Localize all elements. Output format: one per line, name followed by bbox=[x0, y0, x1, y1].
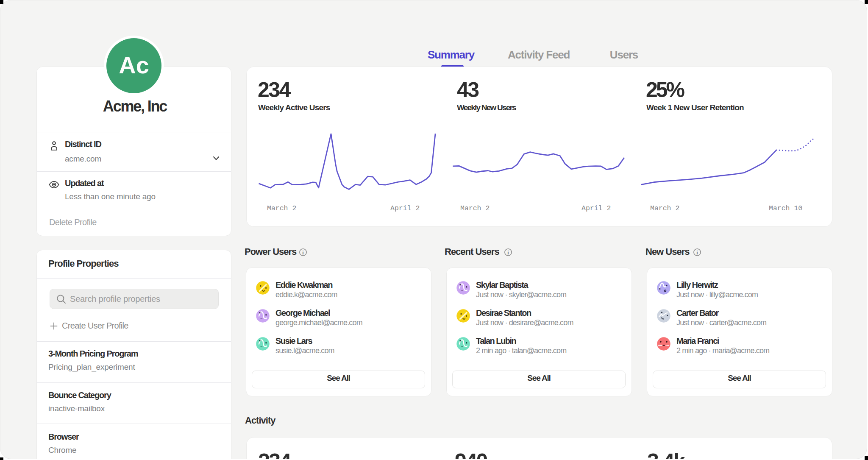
svg-text:i: i bbox=[302, 249, 304, 256]
svg-text:i: i bbox=[507, 249, 509, 256]
svg-text:i: i bbox=[696, 249, 698, 256]
